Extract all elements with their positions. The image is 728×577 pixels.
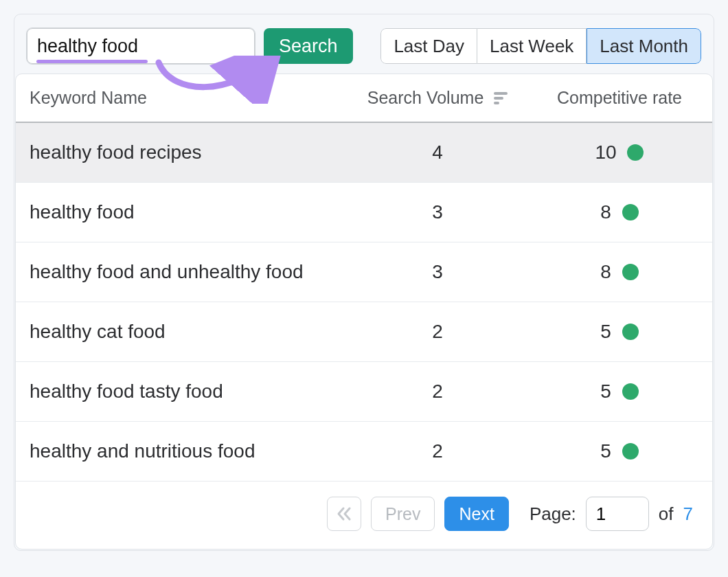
next-button[interactable]: Next <box>444 497 508 531</box>
cell-rate: 5 <box>527 362 712 422</box>
prev-button[interactable]: Prev <box>371 497 435 531</box>
cell-rate: 8 <box>527 242 712 302</box>
cell-keyword: healthy food tasty food <box>16 362 348 422</box>
search-highlight-accent <box>36 60 148 63</box>
table-row[interactable]: healthy and nutritious food 2 5 <box>16 422 712 482</box>
rate-value: 5 <box>600 381 611 402</box>
range-last-week[interactable]: Last Week <box>477 28 587 64</box>
status-dot-icon <box>622 443 639 460</box>
status-dot-icon <box>622 383 639 400</box>
cell-volume: 2 <box>348 422 527 482</box>
col-competitive-rate[interactable]: Competitive rate <box>527 74 712 122</box>
page-input[interactable] <box>586 497 649 531</box>
table-row[interactable]: healthy food 3 8 <box>16 183 712 242</box>
double-chevron-left-icon <box>336 506 352 521</box>
range-last-month[interactable]: Last Month <box>587 28 701 64</box>
cell-volume: 2 <box>348 362 527 422</box>
status-dot-icon <box>622 264 639 280</box>
col-search-volume-label: Search Volume <box>367 88 484 107</box>
cell-keyword: healthy food <box>16 183 348 242</box>
search-button[interactable]: Search <box>264 28 353 64</box>
of-label: of <box>659 504 674 525</box>
range-last-day[interactable]: Last Day <box>380 28 477 64</box>
status-dot-icon <box>627 144 644 161</box>
status-dot-icon <box>622 204 639 220</box>
cell-rate: 5 <box>527 422 712 482</box>
cell-rate: 8 <box>527 183 712 242</box>
results-panel: Keyword Name Search Volume Competitive r… <box>15 73 713 550</box>
rate-value: 10 <box>595 142 617 163</box>
status-dot-icon <box>622 324 639 340</box>
rate-value: 5 <box>600 440 611 462</box>
col-search-volume[interactable]: Search Volume <box>348 74 527 122</box>
total-pages-link[interactable]: 7 <box>683 504 693 525</box>
col-keyword-name-label: Keyword Name <box>30 88 147 107</box>
cell-rate: 5 <box>527 302 712 362</box>
table-row[interactable]: healthy food recipes 4 10 <box>16 122 712 183</box>
cell-volume: 4 <box>348 122 527 183</box>
top-bar: Search Last Day Last Week Last Month <box>14 14 714 73</box>
first-page-button[interactable] <box>327 497 361 531</box>
cell-volume: 2 <box>348 302 527 362</box>
col-keyword-name[interactable]: Keyword Name <box>16 74 348 122</box>
table-row[interactable]: healthy food and unhealthy food 3 8 <box>16 242 712 302</box>
table-row[interactable]: healthy cat food 2 5 <box>16 302 712 362</box>
cell-keyword: healthy food and unhealthy food <box>16 242 348 302</box>
search-input[interactable] <box>27 28 255 64</box>
cell-keyword: healthy and nutritious food <box>16 422 348 482</box>
app-container: Search Last Day Last Week Last Month Key… <box>14 14 714 551</box>
cell-keyword: healthy cat food <box>16 302 348 362</box>
sort-desc-icon <box>494 92 508 106</box>
keywords-table: Keyword Name Search Volume Competitive r… <box>16 74 712 482</box>
cell-rate: 10 <box>527 122 712 183</box>
cell-volume: 3 <box>348 242 527 302</box>
rate-value: 5 <box>600 321 611 342</box>
date-range-group: Last Day Last Week Last Month <box>380 28 701 64</box>
page-label: Page: <box>530 504 576 525</box>
cell-volume: 3 <box>348 183 527 242</box>
col-competitive-rate-label: Competitive rate <box>557 88 682 107</box>
cell-keyword: healthy food recipes <box>16 122 348 183</box>
rate-value: 8 <box>600 201 611 223</box>
table-row[interactable]: healthy food tasty food 2 5 <box>16 362 712 422</box>
pagination: Prev Next Page: of 7 <box>16 482 712 549</box>
rate-value: 8 <box>600 261 611 282</box>
